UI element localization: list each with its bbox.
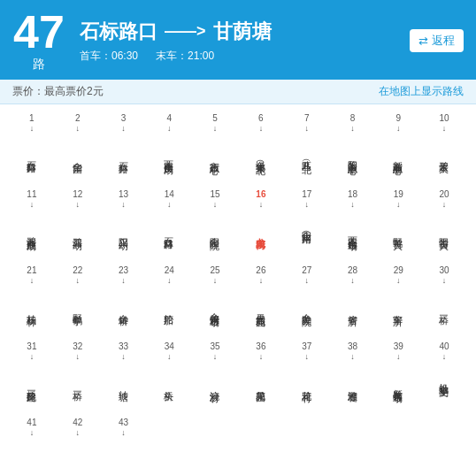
stop-name: 金阳南路（… <box>302 209 312 255</box>
stop-item[interactable]: 26↓天然居花园 <box>238 264 284 333</box>
sub-header: 票价：最高票价2元 在地图上显示路线 <box>0 80 476 104</box>
stop-item[interactable]: 12↓碧海二幼 <box>55 188 101 257</box>
first-bus: 首车：06:30 <box>80 49 138 64</box>
stop-item[interactable]: 43↓甘荫塘 <box>101 416 147 460</box>
stop-direction-icon: ↓ <box>213 352 218 361</box>
stops-grid: 1↓石标路口2↓金华园3↓石标路4↓西南美食广场5↓市行政中心6↓绿色未来（北）… <box>9 111 467 460</box>
stop-item[interactable]: 33↓转塘 <box>101 340 147 409</box>
stop-item[interactable]: 15↓金阳医院 <box>192 188 238 257</box>
stop-name: 金阳医院 <box>210 209 220 255</box>
return-button[interactable]: ⇄ 返程 <box>410 29 464 52</box>
stop-number: 1 <box>29 113 35 124</box>
stop-number: 20 <box>440 189 449 200</box>
stop-number: 43 <box>119 418 128 428</box>
stop-name: 电建（公司） <box>27 437 37 460</box>
stop-item[interactable]: 39↓新发装饰市场 <box>375 340 421 409</box>
stop-item[interactable]: 2↓金华园 <box>55 111 101 180</box>
stop-direction-icon: ↓ <box>75 428 80 437</box>
stop-item[interactable]: 42↓通银配件城 <box>55 416 101 460</box>
stop-direction-icon: ↓ <box>30 200 35 209</box>
stop-direction-icon: ↓ <box>75 276 80 285</box>
stop-item[interactable]: 16↓龙泉街口 <box>238 188 284 257</box>
first-bus-label: 首车： <box>80 50 111 62</box>
stop-number: 4 <box>167 113 173 124</box>
stop-number: 36 <box>256 341 265 352</box>
last-bus-label: 末车： <box>156 50 188 62</box>
stop-name: 碧海二幼 <box>73 209 83 255</box>
stop-item[interactable]: 1↓石标路口 <box>9 111 55 180</box>
stop-number: 40 <box>440 341 449 352</box>
stop-item[interactable]: 38↓湘雅堤 <box>330 340 376 409</box>
stop-item[interactable]: 7↓八匹马（北） <box>284 111 330 180</box>
header: 47 路 石标路口 ——> 甘荫塘 首车：06:30 末车：21:00 ⇄ 返程 <box>0 0 476 104</box>
stop-item[interactable]: 3↓石标路 <box>101 111 147 180</box>
stop-name: 石标路口 <box>27 133 37 179</box>
stop-direction-icon: ↓ <box>167 276 172 285</box>
stop-direction-icon: ↓ <box>121 124 126 133</box>
stop-item[interactable]: 14↓石林路口 <box>146 188 192 257</box>
stop-item[interactable]: 28↓省管所 <box>330 264 376 333</box>
stop-item[interactable]: 30↓三桥 <box>421 264 467 333</box>
map-link[interactable]: 在地图上显示路线 <box>379 84 464 99</box>
stop-number: 14 <box>165 189 174 200</box>
stop-direction-icon: ↓ <box>259 276 264 285</box>
route-title: 石标路口 ——> 甘荫塘 <box>80 19 395 45</box>
stop-number: 3 <box>121 113 127 124</box>
to-stop: 甘荫塘 <box>213 19 272 45</box>
stop-item[interactable]: 35↓浣沙村 <box>192 340 238 409</box>
stop-item[interactable]: 25↓金关钢材市场 <box>192 264 238 333</box>
stop-item[interactable]: 13↓兴阳二幼 <box>101 188 147 257</box>
stop-item[interactable]: 36↓花果园 <box>238 340 284 409</box>
stop-item[interactable]: 5↓市行政中心 <box>192 111 238 180</box>
stop-number: 6 <box>258 113 264 124</box>
stop-direction-icon: ↓ <box>121 428 126 437</box>
stop-direction-icon: ↓ <box>350 276 355 285</box>
stop-number: 16 <box>256 189 265 200</box>
stop-item[interactable]: 8↓黎阳家业中心 <box>330 111 376 180</box>
stop-item[interactable]: 37↓花雅村 <box>284 340 330 409</box>
stop-direction-icon: ↓ <box>259 352 264 361</box>
stop-direction-icon: ↓ <box>304 200 309 209</box>
stop-item[interactable]: 27↓金关勘院 <box>284 264 330 333</box>
stop-item[interactable]: 20↓贵阳首大 <box>421 188 467 257</box>
stop-direction-icon: ↓ <box>167 352 172 361</box>
stop-direction-icon: ↓ <box>75 200 80 209</box>
stop-name: 石标路 <box>118 133 128 179</box>
stop-name: 绿色未来（北） <box>256 133 266 179</box>
stop-item[interactable]: 40↓机动车交易… <box>421 340 467 409</box>
stop-item[interactable]: 31↓三桥北路口 <box>9 340 55 409</box>
stop-number: 23 <box>119 265 128 276</box>
stop-name: 天然居花园 <box>256 285 266 331</box>
stop-item[interactable]: 22↓野鹤中学 <box>55 264 101 333</box>
stop-item[interactable]: 9↓新瑞商业中心 <box>375 111 421 180</box>
stop-item[interactable]: 10↓碧水云天 <box>421 111 467 180</box>
stop-item[interactable]: 41↓电建（公司） <box>9 416 55 460</box>
stop-item[interactable]: 19↓野鸭首大 <box>375 188 421 257</box>
stop-number: 10 <box>440 113 449 124</box>
stop-number: 25 <box>211 265 220 276</box>
stop-name: 新发装饰市场 <box>393 361 403 407</box>
stop-name: 省管所 <box>347 285 357 331</box>
stop-direction-icon: ↓ <box>30 352 35 361</box>
stop-item[interactable]: 17↓金阳南路（… <box>284 188 330 257</box>
stop-direction-icon: ↓ <box>304 352 309 361</box>
stop-item[interactable]: 18↓西南五金市场 <box>330 188 376 257</box>
stop-number: 32 <box>73 341 82 352</box>
stop-item[interactable]: 24↓轮胎厂 <box>146 264 192 333</box>
stop-item[interactable]: 23↓金钟桥 <box>101 264 147 333</box>
stop-direction-icon: ↓ <box>304 276 309 285</box>
route-number-wrap: 47 路 <box>12 9 65 73</box>
stop-direction-icon: ↓ <box>75 352 80 361</box>
stop-name: 西南美食广场 <box>164 133 174 179</box>
stop-item[interactable]: 6↓绿色未来（北） <box>238 111 284 180</box>
stop-item[interactable]: 11↓碧海商业广场 <box>9 188 55 257</box>
stop-name: 新瑞商业中心 <box>393 133 403 179</box>
stop-name: 转塘 <box>118 361 128 407</box>
stop-name: 石林路口 <box>164 209 174 255</box>
stop-item[interactable]: 34↓头桥 <box>146 340 192 409</box>
stop-direction-icon: ↓ <box>213 276 218 285</box>
stop-item[interactable]: 4↓西南美食广场 <box>146 111 192 180</box>
stop-item[interactable]: 32↓三桥 <box>55 340 101 409</box>
stop-item[interactable]: 21↓柏杨林 <box>9 264 55 333</box>
stop-item[interactable]: 29↓车管所 <box>375 264 421 333</box>
